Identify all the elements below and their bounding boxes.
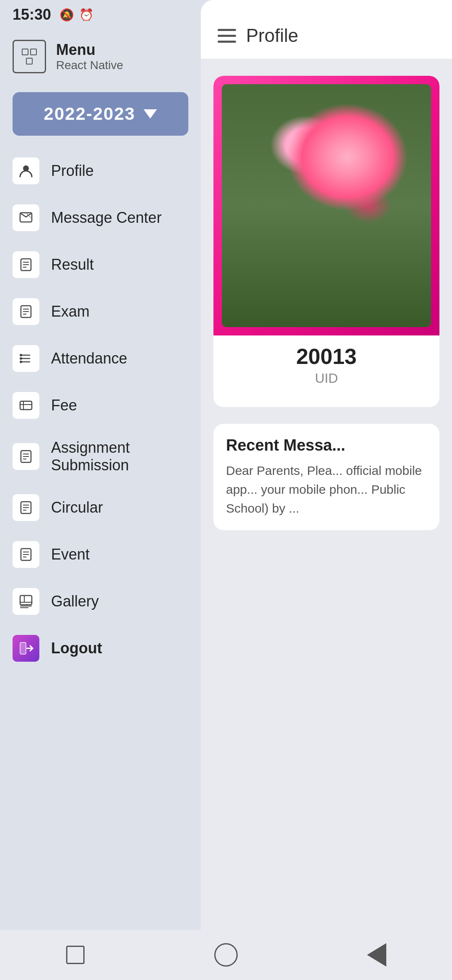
status-time: 15:30 xyxy=(13,6,51,23)
result-icon xyxy=(13,251,39,278)
svg-point-14 xyxy=(20,357,22,360)
back-button[interactable] xyxy=(360,938,393,972)
event-label: Event xyxy=(51,546,90,563)
profile-uid-label: UID xyxy=(222,371,431,386)
flower-background xyxy=(222,84,431,327)
home-button[interactable] xyxy=(209,938,243,972)
hamburger-line-1 xyxy=(218,29,236,31)
logo-sq-3 xyxy=(26,58,33,64)
svg-rect-36 xyxy=(20,642,26,654)
svg-rect-16 xyxy=(20,401,32,410)
recent-messages-title: Recent Messa... xyxy=(226,436,427,454)
svg-rect-31 xyxy=(20,596,32,605)
stop-icon xyxy=(66,946,85,964)
back-icon xyxy=(367,943,386,967)
profile-card-area: 20013 UID xyxy=(201,59,452,424)
profile-uid-number: 20013 xyxy=(222,344,431,369)
sidebar-item-event[interactable]: Event xyxy=(4,532,197,577)
bottom-nav xyxy=(0,930,452,980)
logo-sq-2 xyxy=(30,49,37,55)
sidebar-item-message-center[interactable]: Message Center xyxy=(4,195,197,240)
profile-uid-section: 20013 UID xyxy=(213,335,439,395)
header-bar: Menu React Native xyxy=(0,29,201,84)
sidebar-item-assignment-submission[interactable]: Assignment Submission xyxy=(4,430,197,483)
sidebar-item-gallery[interactable]: Gallery xyxy=(4,579,197,624)
profile-label: Profile xyxy=(51,162,94,180)
recent-messages-text: Dear Parents, Plea... official mobile ap… xyxy=(226,461,427,518)
message-center-icon xyxy=(13,204,39,231)
profile-card: 20013 UID xyxy=(213,76,439,407)
sidebar-item-profile[interactable]: Profile xyxy=(4,148,197,193)
year-label: 2022-2023 xyxy=(44,104,136,124)
sidebar-item-logout[interactable]: Logout xyxy=(4,626,197,671)
subtitle-label: React Native xyxy=(56,59,123,72)
exam-icon xyxy=(13,298,39,325)
attendance-icon xyxy=(13,345,39,372)
assignment-icon xyxy=(13,443,39,470)
logout-icon xyxy=(13,635,39,662)
alarm-icon: ⏰ xyxy=(79,8,94,22)
fee-label: Fee xyxy=(51,397,77,414)
gallery-label: Gallery xyxy=(51,593,99,610)
chevron-down-icon xyxy=(144,109,157,119)
attendance-label: Attendance xyxy=(51,350,127,367)
profile-page-title: Profile xyxy=(246,25,298,46)
logo-sq-1 xyxy=(22,49,28,55)
menu-list: Profile Message Center Re xyxy=(0,148,201,673)
gallery-icon xyxy=(13,588,39,615)
sidebar-item-attendance[interactable]: Attendance xyxy=(4,336,197,381)
status-icons: 🔕 ⏰ xyxy=(59,8,94,22)
profile-page-header: Profile xyxy=(201,0,452,59)
sidebar-item-fee[interactable]: Fee xyxy=(4,383,197,428)
svg-point-13 xyxy=(20,354,22,356)
status-bar: 15:30 🔕 ⏰ xyxy=(0,0,201,29)
mute-icon: 🔕 xyxy=(59,8,74,22)
sidebar: 2022-2023 Profile Message Center xyxy=(0,0,201,980)
exam-label: Exam xyxy=(51,303,90,320)
logout-label: Logout xyxy=(51,640,102,657)
profile-photo xyxy=(222,84,431,327)
circular-icon xyxy=(13,494,39,521)
stop-button[interactable] xyxy=(59,938,92,972)
home-icon xyxy=(214,943,238,967)
sidebar-item-exam[interactable]: Exam xyxy=(4,289,197,334)
sidebar-item-result[interactable]: Result xyxy=(4,242,197,287)
assignment-label: Assignment Submission xyxy=(51,439,188,474)
hamburger-line-2 xyxy=(218,35,236,37)
event-icon xyxy=(13,541,39,568)
recent-messages-card: Recent Messa... Dear Parents, Plea... of… xyxy=(213,424,439,530)
hamburger-menu-icon[interactable] xyxy=(218,29,236,43)
menu-label: Menu xyxy=(56,41,123,59)
year-selector[interactable]: 2022-2023 xyxy=(13,92,188,136)
circular-label: Circular xyxy=(51,499,103,516)
result-label: Result xyxy=(51,256,94,273)
right-panel: Profile 20013 UID Recent Messa... Dear P… xyxy=(201,0,452,980)
profile-photo-frame xyxy=(213,76,439,335)
app-logo xyxy=(13,40,46,73)
fee-icon xyxy=(13,392,39,419)
svg-point-15 xyxy=(20,361,22,363)
message-center-label: Message Center xyxy=(51,209,162,227)
hamburger-line-3 xyxy=(218,41,236,43)
profile-icon xyxy=(13,157,39,184)
header-text: Menu React Native xyxy=(56,41,123,72)
sidebar-item-circular[interactable]: Circular xyxy=(4,485,197,530)
